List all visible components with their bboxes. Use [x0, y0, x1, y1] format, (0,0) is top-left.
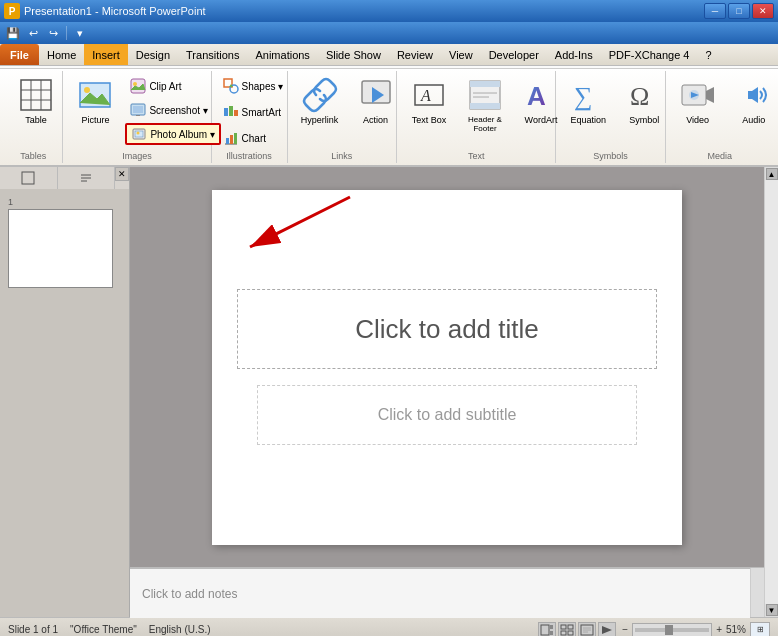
menu-animations[interactable]: Animations [247, 44, 317, 65]
headerfooter-btn-label: Header & Footer [462, 115, 508, 133]
svg-rect-22 [226, 138, 229, 144]
svg-rect-18 [224, 108, 228, 116]
menu-review[interactable]: Review [389, 44, 441, 65]
insert-action-button[interactable]: Action [350, 73, 402, 129]
fit-slide-btn[interactable]: ⊞ [750, 622, 770, 637]
qa-dropdown[interactable]: ▾ [71, 24, 89, 42]
slide-thumbnail-area: 1 [0, 189, 129, 617]
audio-icon [736, 77, 772, 113]
menu-addins[interactable]: Add-Ins [547, 44, 601, 65]
links-group-label: Links [294, 149, 390, 161]
minimize-button[interactable]: ─ [704, 3, 726, 19]
svg-point-14 [137, 132, 140, 135]
redo-quick-btn[interactable]: ↪ [44, 24, 62, 42]
main-area: ✕ 1 Click to add title Click to add subt… [0, 167, 778, 617]
insert-smartart-button[interactable]: SmartArt [218, 101, 286, 123]
svg-rect-51 [550, 631, 553, 635]
insert-table-button[interactable]: Table [10, 73, 62, 129]
screenshot-icon [130, 102, 146, 118]
insert-chart-button[interactable]: Chart [218, 127, 271, 149]
chart-icon [223, 130, 239, 146]
smartart-label: SmartArt [242, 107, 281, 118]
menu-pdfxchange[interactable]: PDF-XChange 4 [601, 44, 698, 65]
menu-slideshow[interactable]: Slide Show [318, 44, 389, 65]
slide-number: 1 [8, 197, 121, 207]
insert-textbox-button[interactable]: A Text Box [403, 73, 455, 129]
outline-tab[interactable] [58, 167, 116, 189]
scroll-down-btn[interactable]: ▼ [766, 604, 778, 616]
zoom-slider[interactable] [632, 623, 712, 637]
notes-scrollbar[interactable] [750, 568, 764, 617]
slide-thumbnail[interactable] [8, 209, 113, 288]
undo-quick-btn[interactable]: ↩ [24, 24, 42, 42]
restore-button[interactable]: □ [728, 3, 750, 19]
menu-insert[interactable]: Insert [84, 44, 128, 65]
save-quick-btn[interactable]: 💾 [4, 24, 22, 42]
slide-canvas[interactable]: Click to add title Click to add subtitle [212, 190, 682, 545]
notes-row: Click to add notes [130, 567, 764, 617]
hyperlink-icon [302, 77, 338, 113]
insert-video-button[interactable]: Video [672, 73, 724, 129]
zoom-area: − + 51% ⊞ [622, 622, 770, 637]
menu-help[interactable]: ? [697, 44, 719, 65]
svg-point-8 [133, 82, 137, 86]
reading-view-btn[interactable] [578, 622, 596, 637]
notes-area[interactable]: Click to add notes [130, 568, 750, 618]
slideshow-btn[interactable] [598, 622, 616, 637]
menu-view[interactable]: View [441, 44, 481, 65]
menu-design[interactable]: Design [128, 44, 178, 65]
menu-home[interactable]: Home [39, 44, 84, 65]
canvas-scrollbar[interactable]: ▲ ▼ [764, 167, 778, 617]
normal-view-btn[interactable] [538, 622, 556, 637]
slide-sorter-btn[interactable] [558, 622, 576, 637]
close-button[interactable]: ✕ [752, 3, 774, 19]
wordart-icon: A [523, 77, 559, 113]
ribbon-group-media: Video Audio Media [666, 71, 774, 163]
insert-hyperlink-button[interactable]: Hyperlink [294, 73, 346, 129]
insert-clipart-button[interactable]: Clip Art [125, 75, 220, 97]
ribbon: Table Tables Picture [0, 66, 778, 167]
menu-file[interactable]: File [0, 44, 39, 65]
subtitle-placeholder[interactable]: Click to add subtitle [257, 385, 637, 445]
status-bar: Slide 1 of 1 "Office Theme" English (U.S… [0, 617, 778, 636]
menu-developer[interactable]: Developer [481, 44, 547, 65]
title-placeholder[interactable]: Click to add title [237, 289, 657, 369]
scroll-up-btn[interactable]: ▲ [766, 168, 778, 180]
video-icon [680, 77, 716, 113]
canvas-notes-wrapper: Click to add title Click to add subtitle [130, 167, 764, 617]
text-group-label: Text [403, 149, 549, 161]
photoalbum-icon [131, 126, 147, 142]
insert-photoalbum-button[interactable]: Photo Album ▾ [125, 123, 220, 145]
svg-rect-55 [568, 631, 573, 635]
shapes-label: Shapes ▾ [242, 81, 284, 92]
svg-rect-19 [229, 106, 233, 116]
window-title: Presentation1 - Microsoft PowerPoint [24, 5, 206, 17]
svg-rect-52 [561, 625, 566, 629]
symbols-group-label: Symbols [562, 149, 658, 161]
insert-screenshot-button[interactable]: Screenshot ▾ [125, 99, 220, 121]
hyperlink-btn-label: Hyperlink [301, 115, 339, 125]
quick-access-toolbar: 💾 ↩ ↪ ▾ [0, 22, 778, 44]
panel-close-button[interactable]: ✕ [115, 167, 129, 181]
slide-panel: ✕ 1 [0, 167, 130, 617]
svg-point-6 [84, 87, 90, 93]
table-icon [18, 77, 54, 113]
insert-headerfooter-button[interactable]: Header & Footer [459, 73, 511, 137]
insert-shapes-button[interactable]: Shapes ▾ [218, 75, 289, 97]
insert-audio-button[interactable]: Audio [728, 73, 778, 129]
insert-picture-button[interactable]: Picture [69, 73, 121, 129]
ribbon-group-symbols: ∑ Equation Ω Symbol Symbols [556, 71, 665, 163]
insert-symbol-button[interactable]: Ω Symbol [618, 73, 670, 129]
notes-placeholder: Click to add notes [142, 587, 237, 601]
audio-btn-label: Audio [742, 115, 765, 125]
zoom-plus[interactable]: + [716, 624, 722, 635]
slides-tab[interactable] [0, 167, 58, 189]
svg-rect-30 [470, 81, 500, 87]
insert-equation-button[interactable]: ∑ Equation [562, 73, 614, 129]
svg-rect-0 [21, 80, 51, 110]
smartart-icon [223, 104, 239, 120]
svg-text:∑: ∑ [574, 82, 593, 111]
menu-transitions[interactable]: Transitions [178, 44, 247, 65]
zoom-minus[interactable]: − [622, 624, 628, 635]
clipart-icon [130, 78, 146, 94]
